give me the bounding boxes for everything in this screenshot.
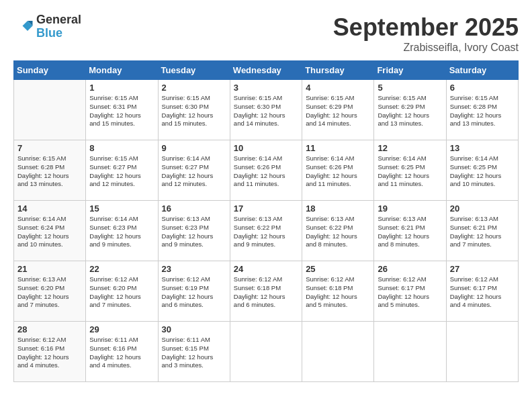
calendar-cell: 28Sunrise: 6:12 AMSunset: 6:16 PMDayligh…	[14, 322, 86, 382]
calendar-cell: 30Sunrise: 6:11 AMSunset: 6:15 PMDayligh…	[158, 322, 230, 382]
week-row-1: 1Sunrise: 6:15 AMSunset: 6:31 PMDaylight…	[14, 80, 519, 140]
month-title: September 2025	[333, 13, 519, 42]
cell-info: Sunrise: 6:14 AMSunset: 6:25 PMDaylight:…	[378, 154, 442, 189]
day-number: 23	[162, 264, 226, 274]
logo: General Blue	[13, 13, 81, 40]
day-number: 26	[378, 264, 442, 274]
calendar-cell: 18Sunrise: 6:13 AMSunset: 6:22 PMDayligh…	[302, 201, 374, 261]
day-number: 17	[234, 203, 298, 214]
cell-info: Sunrise: 6:13 AMSunset: 6:23 PMDaylight:…	[162, 215, 226, 249]
cell-info: Sunrise: 6:12 AMSunset: 6:18 PMDaylight:…	[234, 275, 298, 310]
day-number: 6	[450, 83, 515, 93]
day-number: 9	[162, 143, 226, 153]
day-header-sunday: Sunday	[14, 61, 86, 80]
day-number: 13	[450, 143, 515, 153]
cell-info: Sunrise: 6:11 AMSunset: 6:16 PMDaylight:…	[89, 336, 154, 370]
calendar-cell: 21Sunrise: 6:13 AMSunset: 6:20 PMDayligh…	[14, 261, 86, 322]
day-number: 12	[378, 143, 442, 153]
cell-info: Sunrise: 6:15 AMSunset: 6:27 PMDaylight:…	[89, 154, 154, 189]
day-number: 10	[234, 143, 298, 153]
week-row-4: 21Sunrise: 6:13 AMSunset: 6:20 PMDayligh…	[14, 261, 519, 322]
calendar-cell: 14Sunrise: 6:14 AMSunset: 6:24 PMDayligh…	[14, 201, 86, 261]
calendar-cell: 24Sunrise: 6:12 AMSunset: 6:18 PMDayligh…	[230, 261, 302, 322]
title-block: September 2025 Zrabisseifla, Ivory Coast	[333, 13, 519, 54]
day-number: 25	[306, 264, 370, 274]
cell-info: Sunrise: 6:13 AMSunset: 6:22 PMDaylight:…	[306, 215, 370, 249]
cell-info: Sunrise: 6:15 AMSunset: 6:30 PMDaylight:…	[162, 94, 226, 128]
cell-info: Sunrise: 6:14 AMSunset: 6:25 PMDaylight:…	[450, 154, 515, 189]
day-header-friday: Friday	[374, 61, 446, 80]
cell-info: Sunrise: 6:14 AMSunset: 6:27 PMDaylight:…	[162, 154, 226, 189]
cell-info: Sunrise: 6:15 AMSunset: 6:30 PMDaylight:…	[234, 94, 298, 128]
calendar-cell: 25Sunrise: 6:12 AMSunset: 6:18 PMDayligh…	[302, 261, 374, 322]
cell-info: Sunrise: 6:14 AMSunset: 6:24 PMDaylight:…	[17, 215, 82, 249]
calendar-cell	[374, 322, 446, 382]
logo-blue-text: Blue	[36, 27, 81, 40]
day-number: 18	[306, 203, 370, 214]
cell-info: Sunrise: 6:15 AMSunset: 6:31 PMDaylight:…	[89, 94, 154, 128]
cell-info: Sunrise: 6:13 AMSunset: 6:20 PMDaylight:…	[17, 275, 82, 310]
cell-info: Sunrise: 6:15 AMSunset: 6:28 PMDaylight:…	[450, 94, 515, 128]
calendar-cell: 23Sunrise: 6:12 AMSunset: 6:19 PMDayligh…	[158, 261, 230, 322]
logo-text: General Blue	[36, 13, 81, 40]
day-number: 19	[378, 203, 442, 214]
calendar-cell: 19Sunrise: 6:13 AMSunset: 6:21 PMDayligh…	[374, 201, 446, 261]
cell-info: Sunrise: 6:12 AMSunset: 6:18 PMDaylight:…	[306, 275, 370, 310]
calendar-table: SundayMondayTuesdayWednesdayThursdayFrid…	[13, 60, 519, 382]
calendar-cell	[230, 322, 302, 382]
day-number: 27	[450, 264, 515, 274]
calendar-cell	[446, 322, 518, 382]
cell-info: Sunrise: 6:14 AMSunset: 6:26 PMDaylight:…	[306, 154, 370, 189]
day-header-saturday: Saturday	[446, 61, 518, 80]
day-number: 7	[17, 143, 82, 153]
calendar-cell: 10Sunrise: 6:14 AMSunset: 6:26 PMDayligh…	[230, 140, 302, 201]
calendar-cell: 20Sunrise: 6:13 AMSunset: 6:21 PMDayligh…	[446, 201, 518, 261]
cell-info: Sunrise: 6:15 AMSunset: 6:29 PMDaylight:…	[378, 94, 442, 128]
calendar-cell: 22Sunrise: 6:12 AMSunset: 6:20 PMDayligh…	[86, 261, 158, 322]
calendar-cell: 1Sunrise: 6:15 AMSunset: 6:31 PMDaylight…	[86, 80, 158, 140]
calendar-cell: 11Sunrise: 6:14 AMSunset: 6:26 PMDayligh…	[302, 140, 374, 201]
day-number: 16	[162, 203, 226, 214]
calendar-cell: 7Sunrise: 6:15 AMSunset: 6:28 PMDaylight…	[14, 140, 86, 201]
calendar-cell: 15Sunrise: 6:14 AMSunset: 6:23 PMDayligh…	[86, 201, 158, 261]
calendar-cell	[302, 322, 374, 382]
day-number: 2	[162, 83, 226, 93]
cell-info: Sunrise: 6:12 AMSunset: 6:19 PMDaylight:…	[162, 275, 226, 310]
cell-info: Sunrise: 6:14 AMSunset: 6:26 PMDaylight:…	[234, 154, 298, 189]
location-text: Zrabisseifla, Ivory Coast	[333, 42, 519, 54]
cell-info: Sunrise: 6:11 AMSunset: 6:15 PMDaylight:…	[162, 336, 226, 370]
day-number: 15	[89, 203, 154, 214]
day-number: 29	[89, 324, 154, 334]
cell-info: Sunrise: 6:15 AMSunset: 6:29 PMDaylight:…	[306, 94, 370, 128]
week-row-5: 28Sunrise: 6:12 AMSunset: 6:16 PMDayligh…	[14, 322, 519, 382]
day-number: 28	[17, 324, 82, 334]
cell-info: Sunrise: 6:12 AMSunset: 6:17 PMDaylight:…	[450, 275, 515, 310]
calendar-cell: 26Sunrise: 6:12 AMSunset: 6:17 PMDayligh…	[374, 261, 446, 322]
cell-info: Sunrise: 6:12 AMSunset: 6:20 PMDaylight:…	[89, 275, 154, 310]
calendar-cell: 6Sunrise: 6:15 AMSunset: 6:28 PMDaylight…	[446, 80, 518, 140]
day-header-wednesday: Wednesday	[230, 61, 302, 80]
cell-info: Sunrise: 6:13 AMSunset: 6:22 PMDaylight:…	[234, 215, 298, 249]
day-header-monday: Monday	[86, 61, 158, 80]
day-number: 11	[306, 143, 370, 153]
day-number: 30	[162, 324, 226, 334]
calendar-cell	[14, 80, 86, 140]
calendar-header-row: SundayMondayTuesdayWednesdayThursdayFrid…	[14, 61, 519, 80]
logo-general-text: General	[36, 13, 81, 27]
day-number: 21	[17, 264, 82, 274]
day-number: 8	[89, 143, 154, 153]
cell-info: Sunrise: 6:15 AMSunset: 6:28 PMDaylight:…	[17, 154, 82, 189]
calendar-cell: 4Sunrise: 6:15 AMSunset: 6:29 PMDaylight…	[302, 80, 374, 140]
calendar-cell: 27Sunrise: 6:12 AMSunset: 6:17 PMDayligh…	[446, 261, 518, 322]
cell-info: Sunrise: 6:12 AMSunset: 6:17 PMDaylight:…	[378, 275, 442, 310]
day-number: 5	[378, 83, 442, 93]
calendar-cell: 5Sunrise: 6:15 AMSunset: 6:29 PMDaylight…	[374, 80, 446, 140]
logo-icon	[13, 17, 34, 37]
page-header: General Blue September 2025 Zrabisseifla…	[13, 13, 519, 54]
calendar-cell: 16Sunrise: 6:13 AMSunset: 6:23 PMDayligh…	[158, 201, 230, 261]
cell-info: Sunrise: 6:13 AMSunset: 6:21 PMDaylight:…	[378, 215, 442, 249]
day-number: 20	[450, 203, 515, 214]
cell-info: Sunrise: 6:13 AMSunset: 6:21 PMDaylight:…	[450, 215, 515, 249]
calendar-cell: 13Sunrise: 6:14 AMSunset: 6:25 PMDayligh…	[446, 140, 518, 201]
calendar-cell: 3Sunrise: 6:15 AMSunset: 6:30 PMDaylight…	[230, 80, 302, 140]
